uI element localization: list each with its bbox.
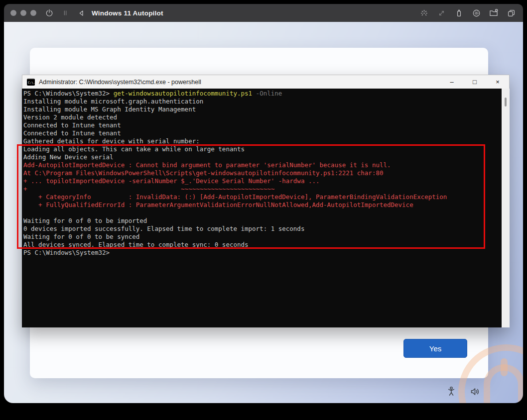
console-title: Administrator: C:\Windows\system32\cmd.e… (39, 79, 201, 86)
cd-dvd-icon[interactable] (471, 8, 481, 18)
usb-device-icon[interactable] (454, 8, 464, 18)
maximize-button[interactable]: □ (463, 75, 486, 89)
zoom-window-dot[interactable] (30, 10, 36, 16)
terminal-line: + CategoryInfo : InvalidData: (:) [Add-A… (23, 193, 501, 201)
terminal-line: Waiting for 0 of 0 to be imported (23, 217, 501, 225)
terminal-line: Installing module microsoft.graph.authen… (23, 98, 501, 105)
terminal-line: + ... topilotImportedDevice -serialNumbe… (23, 177, 501, 185)
resize-icon[interactable] (436, 8, 446, 18)
minimize-button[interactable]: – (440, 75, 463, 89)
console-titlebar[interactable]: C:\. Administrator: C:\Windows\system32\… (22, 75, 510, 89)
terminal-line: + FullyQualifiedErrorId : ParameterArgum… (23, 201, 501, 209)
terminal-line: Connected to Intune tenant (23, 129, 501, 137)
accessibility-icon[interactable] (445, 385, 458, 398)
terminal-line (23, 209, 501, 217)
terminal-line: PS C:\Windows\System32> (23, 249, 501, 257)
terminal-lines: PS C:\Windows\System32> get-windowsautop… (23, 90, 501, 257)
terminal-screen[interactable]: PS C:\Windows\System32> get-windowsautop… (22, 89, 510, 327)
back-triangle-icon[interactable] (76, 8, 86, 18)
terminal-line: Connected to Intune tenant (23, 121, 501, 129)
volume-icon[interactable] (469, 385, 482, 398)
vm-window-title: Windows 11 Autopilot (92, 9, 163, 17)
yes-button[interactable]: Yes (403, 339, 467, 358)
vm-display: C:\. Administrator: C:\Windows\system32\… (4, 22, 523, 403)
close-button[interactable]: × (486, 75, 509, 89)
terminal-scrollbar[interactable] (502, 89, 510, 327)
watermark-mouse-body (484, 364, 523, 403)
cmd-icon: C:\. (27, 79, 35, 86)
power-icon[interactable] (44, 8, 54, 18)
pause-icon[interactable] (60, 8, 70, 18)
terminal-line: At C:\Program Files\WindowsPowerShell\Sc… (23, 169, 501, 177)
console-window: C:\. Administrator: C:\Windows\system32\… (22, 75, 510, 327)
terminal-line: Waiting for 0 of 0 to be synced (23, 233, 501, 241)
terminal-line: Adding New Device serial (23, 153, 501, 161)
terminal-line: Installing module MS Graph Identity Mana… (23, 105, 501, 113)
terminal-line: Gathered details for device with serial … (23, 137, 501, 145)
multiple-windows-icon[interactable] (506, 8, 516, 18)
terminal-line: 0 devices imported successfully. Elapsed… (23, 225, 501, 233)
vm-titlebar: Windows 11 Autopilot (4, 4, 523, 22)
watermark-mouse-wheel (501, 358, 508, 376)
screenshot-frame: Windows 11 Autopilot (0, 0, 527, 420)
terminal-line: Add-AutopilotImportedDevice : Cannot bin… (23, 161, 501, 169)
shared-folder-icon[interactable] (489, 8, 499, 18)
close-window-dot[interactable] (10, 10, 16, 16)
terminal-line: + ~~~~~~~~~~~~~~~~~~~~~~~~~ (23, 185, 501, 193)
terminal-line: Version 2 module detected (23, 113, 501, 121)
minimize-window-dot[interactable] (20, 10, 26, 16)
terminal-line: All devices synced. Elapsed time to comp… (23, 241, 501, 249)
traffic-lights (10, 10, 36, 16)
terminal-line: Loading all objects. This can take a whi… (23, 145, 501, 153)
click-effects-icon[interactable] (419, 8, 429, 18)
scrollbar-thumb[interactable] (505, 98, 507, 106)
terminal-line: PS C:\Windows\System32> get-windowsautop… (23, 90, 501, 98)
